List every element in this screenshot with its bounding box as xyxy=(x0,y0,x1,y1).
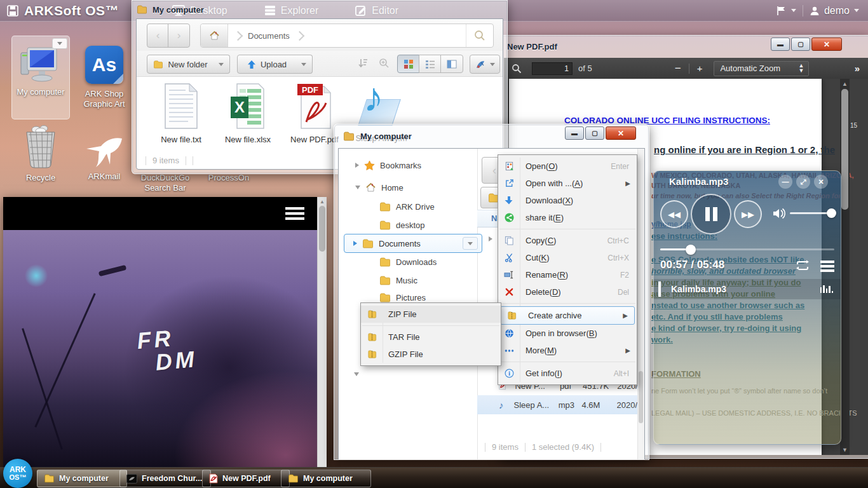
desktop-icon-recycle[interactable]: Recycle xyxy=(14,125,67,183)
taskbar-button-new-pdf[interactable]: New PDF.pdf xyxy=(202,470,290,487)
explorer1-titlebar[interactable]: My computer xyxy=(132,1,507,18)
home-button[interactable] xyxy=(201,24,228,47)
previous-button[interactable]: ◀◀ xyxy=(660,200,688,228)
sidebar-item-ark-drive[interactable]: ARK Drive xyxy=(379,199,435,214)
seek-knob[interactable] xyxy=(686,245,696,255)
explorer2-minimize-button[interactable]: ▬ xyxy=(565,126,584,140)
pdf-close-button[interactable]: ✕ xyxy=(811,37,842,51)
player-expand-button[interactable]: ⤢ xyxy=(796,175,810,189)
explorer2-scrollbar[interactable] xyxy=(637,149,644,459)
sidebar-item-downloads[interactable]: Downloads xyxy=(379,254,437,269)
desktop-icon-my-computer[interactable]: My computer xyxy=(11,36,70,119)
repeat-icon[interactable] xyxy=(795,260,810,271)
video-scroll-thumb[interactable] xyxy=(319,206,325,252)
submenu-item-gzip[interactable]: GZIP File xyxy=(361,346,501,363)
menu-item-more[interactable]: More(M) ▶ xyxy=(498,342,637,359)
pdf-scroll-thumb[interactable] xyxy=(841,89,848,210)
pdf-minimize-button[interactable]: ▬ xyxy=(771,37,790,51)
pdf-zoom-out-button[interactable]: − xyxy=(675,62,681,75)
new-folder-caret-button[interactable] xyxy=(213,55,230,74)
apps-menu-button[interactable] xyxy=(470,55,500,74)
sidebar-item-documents[interactable]: Documents xyxy=(344,234,482,253)
upload-button[interactable]: Upload xyxy=(237,55,297,74)
mp3-file-icon: ♪ xyxy=(499,400,504,410)
sidebar-item-music[interactable]: Music xyxy=(379,273,417,288)
scroll-down-icon[interactable]: ▼ xyxy=(840,447,850,453)
icon-options-caret[interactable] xyxy=(52,38,67,49)
playlist-item-current[interactable]: Kalimba.mp3 xyxy=(654,279,841,299)
row-expander-icon[interactable] xyxy=(489,236,492,241)
pdf-scrollbar[interactable]: ▲ ▼ xyxy=(840,79,850,455)
breadcrumb-item-documents[interactable]: Documents xyxy=(248,31,290,41)
expander-icon[interactable] xyxy=(353,241,357,246)
file-new-file-xlsx[interactable]: X New file.xlsx xyxy=(217,83,278,144)
taskbar-button-my-computer-1[interactable]: My computer xyxy=(37,470,127,487)
player-minimize-button[interactable]: — xyxy=(778,175,792,189)
start-button[interactable]: ARK OS™ xyxy=(3,459,32,488)
zoom-icon[interactable] xyxy=(379,58,390,69)
player-close-button[interactable]: ✕ xyxy=(814,175,828,189)
menu-item-cut[interactable]: Cut(K) Ctrl+X xyxy=(498,249,637,266)
menu-item-create-archive[interactable]: Create archive ▶ xyxy=(500,306,635,325)
taskbar-button-my-computer-2[interactable]: My computer xyxy=(281,470,371,487)
pdf-tools-expand-button[interactable]: » xyxy=(855,63,860,74)
menu-item-get-info[interactable]: i Get info(I) Alt+I xyxy=(498,365,637,382)
pause-button[interactable] xyxy=(691,194,731,234)
volume-knob[interactable] xyxy=(827,208,836,218)
back-button[interactable]: ‹ xyxy=(147,24,169,48)
volume-icon[interactable] xyxy=(772,208,786,219)
next-button[interactable]: ▶▶ xyxy=(734,200,762,228)
sidebar-item-bookmarks[interactable]: Bookmarks xyxy=(355,158,421,173)
menu-item-delete[interactable]: Delete(D) Del xyxy=(498,283,637,301)
explorer2-close-button[interactable]: ✕ xyxy=(606,126,636,140)
file-new-file-txt[interactable]: New file.txt xyxy=(151,83,212,144)
pdf-maximize-button[interactable]: ▢ xyxy=(791,37,810,51)
view-list-button[interactable] xyxy=(419,55,442,73)
forward-button[interactable]: › xyxy=(168,24,190,48)
menu-item-copy[interactable]: Copy(C) Ctrl+C xyxy=(498,232,637,249)
video-player[interactable]: FR DM xyxy=(3,230,317,467)
expander-icon[interactable] xyxy=(354,372,359,376)
new-folder-button[interactable]: New folder xyxy=(147,55,214,74)
view-columns-button[interactable] xyxy=(440,55,463,73)
scroll-up-icon[interactable]: ▲ xyxy=(840,79,850,87)
table-row-sleep-away[interactable]: ♪ Sleep A... mp3 4.6M 2020/ xyxy=(477,395,638,414)
player-time: 00:57 / 05:48 xyxy=(660,259,724,271)
collapse-icon[interactable] xyxy=(355,186,360,189)
explorer1-title: My computer xyxy=(153,5,204,15)
view-grid-button[interactable] xyxy=(397,55,420,73)
documents-options-caret[interactable] xyxy=(463,237,478,250)
explorer2-maximize-button[interactable]: ▢ xyxy=(585,126,604,140)
menu-item-rename[interactable]: Rename(R) F2 xyxy=(498,266,637,283)
upload-caret-button[interactable] xyxy=(295,55,313,74)
scroll-up-icon[interactable]: ▲ xyxy=(318,197,327,205)
sidebar-item-home[interactable]: Home xyxy=(355,180,403,195)
video-page-scrollbar[interactable]: ▲ xyxy=(317,197,327,467)
user-menu[interactable]: demo xyxy=(810,5,859,17)
submenu-item-zip[interactable]: ZIP File xyxy=(361,306,501,323)
desktop-icon-duckduckgo[interactable]: DuckDuckGo Search Bar xyxy=(127,173,203,194)
sort-icon[interactable] xyxy=(358,58,368,69)
pdf-zoom-select[interactable]: Automatic Zoom ▲▼ xyxy=(714,61,809,76)
desktop-icon-processon[interactable]: ProcessOn xyxy=(197,173,261,183)
taskbar-button-freedom-church[interactable]: Freedom Chur... xyxy=(119,470,211,487)
sidebar-item-desktop[interactable]: desktop xyxy=(379,217,425,233)
pdf-search-icon[interactable] xyxy=(512,64,522,74)
language-flag-icon[interactable] xyxy=(776,6,796,16)
playlist-toggle-icon[interactable] xyxy=(820,261,834,272)
desktop-icon-ark-shop[interactable]: As ARK Shop Graphic Art xyxy=(76,46,132,110)
menu-item-open-with[interactable]: Open with ...(A) ▶ xyxy=(498,175,637,192)
menu-item-open-in-browser[interactable]: Open in browser(B) xyxy=(498,325,637,342)
menu-item-open[interactable]: Open(O) Enter xyxy=(498,158,637,175)
search-button[interactable] xyxy=(466,24,493,47)
pdf-page-input[interactable] xyxy=(532,62,573,75)
share-icon xyxy=(498,213,520,222)
pdf-zoom-in-button[interactable]: + xyxy=(697,63,703,74)
submenu-item-tar[interactable]: TAR File xyxy=(361,329,501,346)
hamburger-menu-icon[interactable] xyxy=(285,207,304,220)
explorer2-scroll-thumb[interactable] xyxy=(639,371,643,423)
desktop-icon-arkmail[interactable]: ARKmail xyxy=(79,135,130,182)
menu-item-share[interactable]: share it(E) xyxy=(498,209,637,226)
expander-icon[interactable] xyxy=(355,163,359,168)
menu-item-download[interactable]: Download(X) xyxy=(498,192,637,209)
